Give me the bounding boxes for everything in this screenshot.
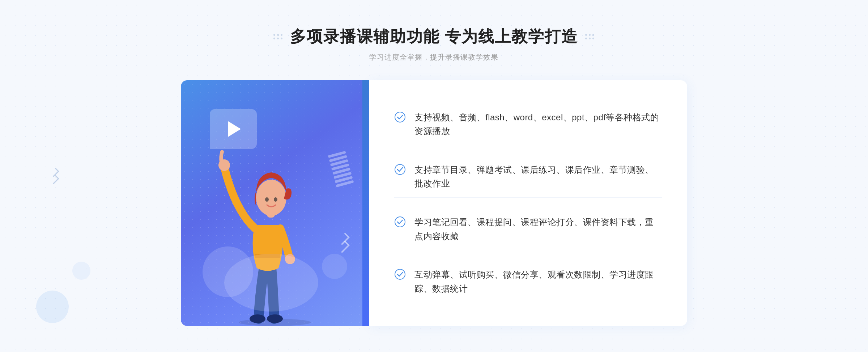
play-icon (228, 121, 241, 137)
deco-grid-right (585, 34, 595, 40)
feature-text-4: 互动弹幕、试听购买、微信分享、观看次数限制、学习进度跟踪、数据统计 (414, 268, 662, 296)
page-title: 多项录播课辅助功能 专为线上教学打造 (290, 26, 578, 47)
page-wrapper: 多项录播课辅助功能 专为线上教学打造 学习进度全掌握，提升录播课教学效果 (0, 0, 868, 352)
blue-side-bar (362, 80, 369, 326)
header-section: 多项录播课辅助功能 专为线上教学打造 学习进度全掌握，提升录播课教学效果 (273, 26, 595, 62)
svg-point-1 (250, 314, 265, 323)
chevron-left-icon (50, 175, 59, 184)
content-area: 支持视频、音频、flash、word、excel、ppt、pdf等各种格式的资源… (181, 80, 687, 326)
check-circle-icon-2 (394, 164, 406, 175)
svg-point-12 (395, 164, 405, 175)
svg-point-9 (274, 197, 277, 202)
feature-text-1: 支持视频、音频、flash、word、excel、ppt、pdf等各种格式的资源… (414, 111, 662, 138)
svg-point-13 (395, 217, 405, 227)
deco-circle-bottom-left-sm (72, 262, 90, 280)
svg-point-10 (224, 254, 318, 312)
deco-grid-left (273, 34, 283, 40)
feature-item-2: 支持章节目录、弹题考试、课后练习、课后作业、章节测验、批改作业 (394, 156, 662, 198)
figure-illustration (213, 145, 336, 326)
features-panel: 支持视频、音频、flash、word、excel、ppt、pdf等各种格式的资源… (369, 80, 687, 326)
svg-point-14 (395, 269, 405, 279)
page-subtitle: 学习进度全掌握，提升录播课教学效果 (273, 52, 595, 62)
svg-point-11 (395, 112, 405, 122)
left-decorative-chevrons (51, 170, 59, 182)
svg-point-8 (265, 197, 269, 202)
illustration-panel (181, 80, 369, 326)
deco-circle-bottom-left (36, 291, 69, 323)
svg-point-7 (256, 180, 286, 216)
feature-item-3: 学习笔记回看、课程提问、课程评论打分、课件资料下载，重点内容收藏 (394, 209, 662, 250)
feature-text-2: 支持章节目录、弹题考试、课后练习、课后作业、章节测验、批改作业 (414, 163, 662, 191)
feature-text-3: 学习笔记回看、课程提问、课程评论打分、课件资料下载，重点内容收藏 (414, 215, 662, 243)
check-circle-icon-4 (394, 269, 406, 280)
deco-chevrons-illustration (338, 236, 349, 250)
feature-item-4: 互动弹幕、试听购买、微信分享、观看次数限制、学习进度跟踪、数据统计 (394, 261, 662, 302)
title-row: 多项录播课辅助功能 专为线上教学打造 (273, 26, 595, 47)
check-circle-icon-1 (394, 111, 406, 123)
check-circle-icon-3 (394, 216, 406, 228)
play-bubble (210, 109, 257, 149)
svg-point-2 (267, 314, 283, 323)
feature-item-1: 支持视频、音频、flash、word、excel、ppt、pdf等各种格式的资源… (394, 104, 662, 145)
